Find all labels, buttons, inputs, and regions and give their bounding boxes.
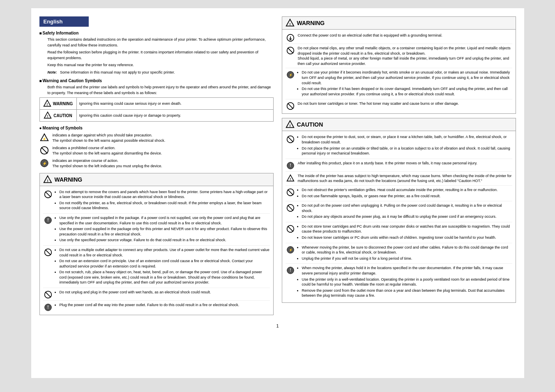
list-item: Do not use flammable sprays, liquids, or… [302, 194, 512, 199]
caution-icon-8: ! [286, 265, 295, 274]
right-caution-title: CAUTION [297, 121, 323, 128]
svg-line-47 [288, 226, 293, 231]
list-item: Do not attempt to remove the covers and … [60, 189, 270, 200]
caution-circle-excl-icon-2: ! [286, 266, 295, 274]
grounding-icon [286, 34, 295, 42]
symbols-table: ! WARNING Ignoring this warning could ca… [39, 97, 274, 122]
warning-symbols-title: Warning and Caution Symbols [39, 78, 274, 83]
warn-text-4: Do not unplug and plug in the power cord… [55, 290, 270, 296]
page: English Safety Information This section … [31, 8, 524, 378]
caution-icon-4 [286, 187, 295, 196]
caution-label: CAUTION [53, 113, 72, 118]
circle-filled-meaning-icon: ⚡ [39, 158, 49, 168]
triangle-meaning-icon: ⚡ [39, 133, 49, 143]
caution-desc: Ignoring this caution could cause injury… [76, 110, 273, 122]
meaning-text-filled: indicates an imperative course of action… [53, 158, 162, 168]
circle-filled-svg: ⚡ [40, 159, 49, 168]
list-item: Do not unplug and plug in the power cord… [60, 290, 270, 295]
right-warn-row-1: Connect the power cord to an electrical … [286, 31, 512, 44]
svg-text:!: ! [290, 163, 291, 168]
meaning-item-filled: ⚡ indicates an imperative course of acti… [39, 158, 274, 168]
meaning-item-slash: indicates a prohibited course of action.… [39, 145, 274, 156]
circle-filled-icon-right: ⚡ [286, 71, 295, 79]
right-warn-row-4: Do not burn toner cartridges or toner. T… [286, 99, 512, 112]
safety-info-title: Safety Information [39, 31, 274, 35]
caution-icon-6 [286, 224, 295, 233]
caution-icon-7: ⚡ [286, 245, 295, 254]
list-item: Do not place any objects around the powe… [302, 214, 512, 219]
warning-header-triangle-icon: ! [43, 175, 52, 184]
list-item: Do not leave toner cartridges or PC drum… [302, 235, 512, 240]
list-item: Do not store toner cartridges and PC dru… [302, 224, 512, 234]
meaning-items: ⚡ indicates a danger against which you s… [39, 133, 274, 169]
right-warn-icon-2 [286, 46, 295, 55]
warn-row-2: ! Use only the power cord supplied in th… [43, 214, 270, 246]
circle-slash-svg [40, 146, 49, 155]
list-item: Use the power cord supplied in the packa… [60, 226, 270, 237]
caution-icon-2: ! [286, 161, 295, 170]
caution-circle-slash-icon-3 [286, 204, 295, 212]
right-warn-text-3: Do not use your printer if it becomes in… [298, 70, 512, 97]
circle-excl-icon-2: ! [44, 303, 52, 311]
circle-slash-meaning-icon [39, 145, 49, 155]
svg-text:!: ! [46, 102, 48, 106]
list-item: When moving the printer, always hold it … [302, 265, 512, 276]
caution-row-3: ! The inside of the printer has areas su… [286, 172, 512, 186]
list-item: Do not place the printer on an unstable … [302, 146, 512, 156]
list-item: Do not use an extension cord in principl… [60, 258, 270, 269]
note-content: Some information in this manual may not … [60, 70, 175, 74]
svg-text:!: ! [290, 268, 291, 273]
right-warn-text-2: Do not place metal clips, any other smal… [298, 46, 512, 66]
right-warn-row-2: Do not place metal clips, any other smal… [286, 44, 512, 68]
meaning-item-triangle: ⚡ indicates a danger against which you s… [39, 133, 274, 143]
right-caution-body: Do not expose the printer to dust, soot,… [282, 131, 516, 302]
svg-text:!: ! [289, 22, 290, 26]
list-item: Do not modify the printer, as a fire, el… [60, 201, 270, 211]
warning-symbols-section: Warning and Caution Symbols Both this ma… [39, 78, 274, 122]
caution-icon-3: ! [286, 173, 295, 182]
warn-row-1: Do not attempt to remove the covers and … [43, 188, 270, 214]
circle-excl-icon: ! [44, 216, 52, 224]
svg-line-7 [41, 148, 47, 154]
page-number: 1 [39, 323, 516, 328]
note-text: Note: Some information in this manual ma… [48, 70, 274, 76]
right-warning-title: WARNING [297, 20, 325, 26]
language-header: English [39, 16, 89, 27]
warning-symbol-box: ! WARNING [42, 99, 74, 108]
caution-circle-slash-icon-1 [286, 135, 295, 143]
meaning-title: Meaning of Symbols [39, 126, 274, 130]
warning-symbols-desc: Both this manual and the printer use lab… [48, 85, 274, 96]
safety-text-3: Keep this manual near the printer for ea… [48, 62, 274, 68]
warn-row-3: Do not use a multiple outlet adapter to … [43, 246, 270, 288]
right-warn-row-3: ⚡ Do not use your printer if it becomes … [286, 68, 512, 99]
caution-text-7: Whenever moving the printer, be sure to … [298, 245, 512, 262]
meaning-text-slash: indicates a prohibited course of action.… [53, 145, 162, 156]
list-item: Use only the power cord supplied in the … [60, 215, 270, 226]
safety-text-2: Read the following section before pluggi… [48, 50, 274, 61]
left-warning-box: ! WARNING [39, 173, 274, 316]
svg-text:!: ! [47, 305, 48, 309]
warn-text-1: Do not attempt to remove the covers and … [55, 189, 270, 212]
caution-row-5: Do not pull on the power cord when unplu… [286, 201, 512, 222]
svg-text:!: ! [289, 124, 290, 128]
left-warning-title: WARNING [55, 176, 83, 183]
warn-icon-5: ! [43, 302, 53, 311]
caution-text-6: Do not store toner cartridges and PC dru… [298, 224, 512, 241]
caution-icon-1 [286, 134, 295, 143]
caution-circle-excl-icon-1: ! [286, 161, 295, 170]
meaning-text-triangle: indicates a danger against which you sho… [53, 133, 166, 143]
caution-text-8: When moving the printer, always hold it … [298, 265, 512, 299]
right-warn-text-4: Do not burn toner cartridges or toner. T… [298, 101, 512, 106]
caution-circle-slash-icon-4 [286, 225, 295, 233]
circle-slash-icon-right [286, 46, 295, 55]
right-warn-text-1: Connect the power cord to an electrical … [298, 33, 512, 38]
list-item: Plug the power cord all the way into the… [60, 302, 270, 308]
warn-row-5: ! Plug the power cord all the way into t… [43, 301, 270, 313]
svg-line-45 [288, 205, 293, 210]
svg-text:⚡: ⚡ [288, 74, 292, 77]
list-item: Do not expose the printer to dust, soot,… [302, 134, 512, 145]
right-caution-header: ! CAUTION [282, 118, 516, 131]
svg-line-29 [288, 48, 293, 53]
list-item: Do not use this printer if it has been d… [302, 86, 512, 97]
note-label: Note: [48, 70, 57, 74]
